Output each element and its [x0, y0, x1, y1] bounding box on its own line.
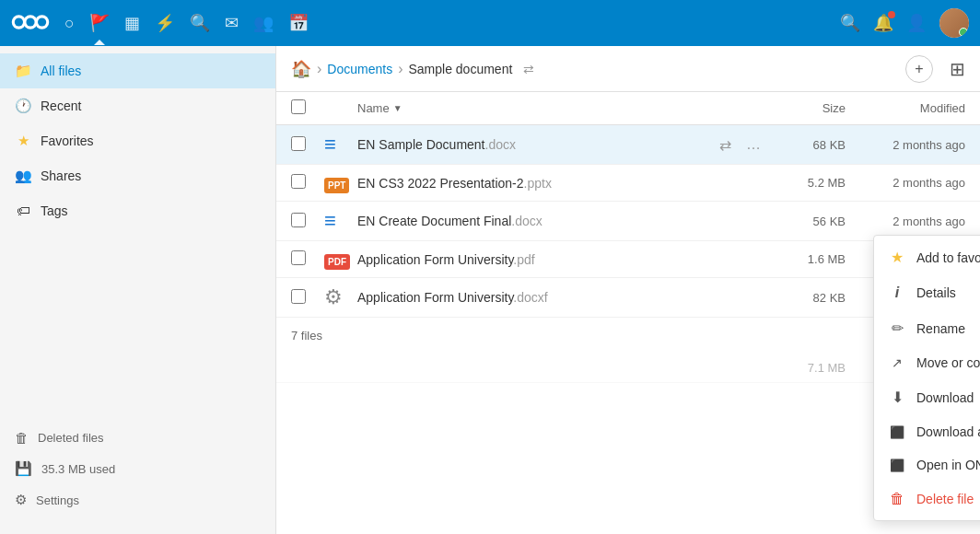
file-size: 68 KB [772, 138, 846, 152]
sidebar-item-favorites[interactable]: ★ Favorites [0, 123, 275, 158]
breadcrumb-documents[interactable]: Documents [327, 62, 392, 76]
sidebar: 📁 All files 🕐 Recent ★ Favorites 👥 Share… [0, 46, 276, 534]
file-icon: ≡ [324, 209, 357, 233]
row-check[interactable] [291, 174, 324, 192]
more-options-button[interactable]: … [742, 134, 764, 155]
header-modified: Modified [846, 101, 965, 115]
file-size: 56 KB [772, 215, 846, 228]
gear-icon: ⚙ [324, 285, 343, 308]
doc-icon: ≡ [324, 133, 336, 156]
file-icon: PPT [324, 172, 357, 193]
row-check[interactable] [291, 213, 324, 230]
file-size: 1.6 MB [772, 252, 846, 266]
sidebar-item-tags[interactable]: 🏷 Tags [0, 193, 275, 227]
onlyoffice-icon: ⬛ [889, 459, 905, 472]
row-check[interactable] [291, 289, 324, 307]
context-download-as[interactable]: ⬛ Download as [874, 415, 980, 448]
storage-icon: 💾 [15, 460, 32, 477]
storage-used: 💾 35.3 MB used [15, 453, 261, 484]
breadcrumb-actions: + [905, 55, 933, 83]
breadcrumb-separator-1: › [317, 61, 321, 77]
row-check[interactable] [291, 250, 324, 268]
doc-icon: ≡ [324, 209, 336, 232]
pptx-icon: PPT [324, 178, 349, 193]
file-name[interactable]: EN CS3 2022 Presentation-2.pptx [357, 176, 716, 191]
file-modified: 2 months ago [846, 215, 965, 228]
sidebar-item-all-files[interactable]: 📁 All files [0, 53, 275, 88]
add-button[interactable]: + [905, 55, 933, 83]
sidebar-item-label: Shares [41, 168, 81, 183]
notifications-icon[interactable]: 🔔 [873, 13, 893, 33]
pencil-icon: ✏ [889, 319, 905, 337]
grid-toggle[interactable]: ⊞ [950, 58, 965, 80]
share-button[interactable]: ⇄ [716, 134, 735, 156]
table-row: PPT EN CS3 2022 Presentation-2.pptx ⇄ … … [276, 165, 980, 202]
info-icon: i [889, 284, 905, 301]
avatar[interactable] [939, 8, 969, 38]
storage-used-label: 35.3 MB used [41, 462, 115, 476]
sidebar-item-label: Tags [41, 203, 68, 218]
sidebar-bottom: 🗑 Deleted files 💾 35.3 MB used ⚙ Setting… [0, 412, 275, 527]
topbar-activity-icon[interactable]: ⚡ [155, 13, 175, 33]
svg-point-4 [26, 17, 34, 26]
file-name[interactable]: EN Create Document Final.docx [357, 214, 716, 228]
settings-label: Settings [36, 493, 79, 507]
sidebar-item-recent[interactable]: 🕐 Recent [0, 88, 275, 123]
deleted-files-item[interactable]: 🗑 Deleted files [15, 423, 261, 453]
sidebar-item-label: Recent [41, 99, 81, 113]
sidebar-item-shares[interactable]: 👥 Shares [0, 158, 275, 193]
file-name[interactable]: Application Form University.docxf [357, 290, 716, 305]
file-size: 7.1 MB [772, 361, 846, 375]
header-name[interactable]: Name ▼ [357, 101, 772, 115]
file-modified: 2 months ago [846, 176, 965, 190]
star-filled-icon: ★ [889, 249, 905, 266]
topbar-search-icon[interactable]: 🔍 [190, 13, 210, 33]
context-delete-file[interactable]: 🗑 Delete file [874, 482, 980, 517]
deleted-files-label: Deleted files [38, 431, 104, 445]
file-name[interactable]: EN Sample Document.docx [357, 137, 716, 152]
clock-icon: 🕐 [15, 98, 31, 114]
topbar-contacts-icon[interactable]: 👥 [253, 13, 274, 33]
file-row-actions: ⇄ … [716, 134, 764, 156]
context-rename[interactable]: ✏ Rename [874, 310, 980, 346]
share-icon: 👥 [15, 168, 31, 184]
context-details[interactable]: i Details [874, 275, 980, 310]
pdf-icon: PDF [324, 254, 350, 270]
select-all-checkbox[interactable] [291, 99, 306, 114]
topbar-files-icon[interactable]: 🚩 [89, 13, 110, 33]
row-check[interactable] [291, 136, 324, 154]
header-check[interactable] [291, 99, 324, 117]
home-breadcrumb[interactable]: 🏠 [291, 59, 311, 79]
topbar-home-icon[interactable]: ○ [64, 14, 75, 33]
share-breadcrumb-icon[interactable]: ⇄ [523, 62, 534, 76]
file-size: 82 KB [772, 291, 846, 305]
context-download[interactable]: ⬇ Download [874, 379, 980, 415]
topbar-right: 🔍 🔔 👤 [840, 8, 969, 38]
nextcloud-logo[interactable] [11, 9, 50, 38]
global-search-icon[interactable]: 🔍 [840, 13, 860, 33]
topbar-mail-icon[interactable]: ✉ [225, 13, 239, 33]
settings-icon: ⚙ [15, 492, 27, 508]
breadcrumb-bar: 🏠 › Documents › Sample document ⇄ + ⊞ [276, 46, 980, 92]
context-add-to-favorites[interactable]: ★ Add to favorites [874, 239, 980, 275]
context-move-or-copy[interactable]: ↗ Move or copy [874, 346, 980, 379]
breadcrumb-current: Sample document [408, 62, 512, 76]
trash-icon: 🗑 [889, 491, 905, 507]
topbar-calendar-icon[interactable]: 📅 [288, 13, 309, 33]
breadcrumb-separator-2: › [398, 61, 402, 77]
file-table: Name ▼ Size Modified ≡ EN S [276, 92, 980, 534]
move-icon: ↗ [889, 355, 905, 370]
file-icon: ⚙ [324, 285, 357, 309]
context-open-in-onlyoffice[interactable]: ⬛ Open in ONLYOFFICE [874, 448, 980, 482]
file-size: 5.2 MB [772, 176, 846, 190]
svg-point-5 [38, 17, 46, 26]
download-as-icon: ⬛ [889, 425, 905, 439]
svg-point-3 [15, 17, 23, 26]
folder-icon: 📁 [15, 63, 31, 79]
file-name[interactable]: Application Form University.pdf [357, 252, 716, 267]
user-status-icon[interactable]: 👤 [906, 13, 927, 33]
star-icon: ★ [15, 133, 31, 149]
settings-item[interactable]: ⚙ Settings [15, 484, 261, 516]
topbar-photos-icon[interactable]: ▦ [124, 13, 140, 33]
sidebar-item-label: All files [41, 64, 81, 78]
